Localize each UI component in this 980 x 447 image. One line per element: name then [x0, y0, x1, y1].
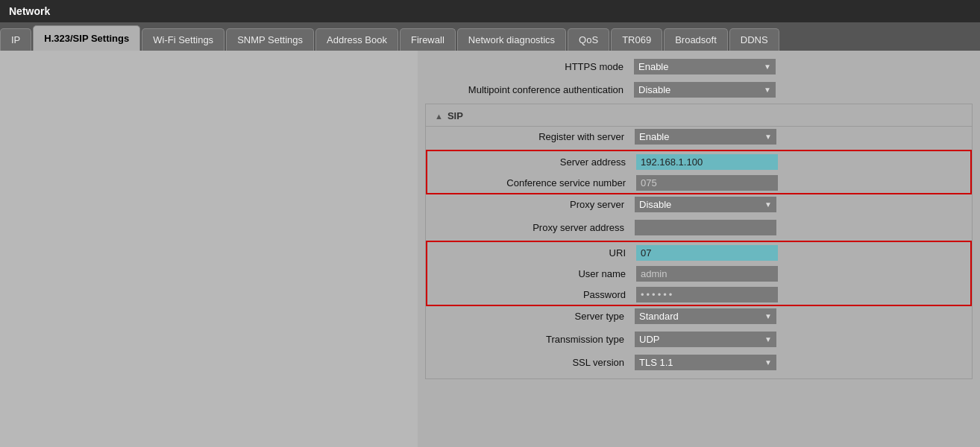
password-row: Password: [427, 284, 970, 305]
server-address-row: Server address: [427, 151, 970, 172]
tab-firewall-label: Firewall: [411, 34, 445, 45]
https-mode-row: HTTPS mode Enable Disable: [425, 57, 973, 76]
username-value: [636, 266, 970, 282]
register-server-row: Register with server Enable Disable: [426, 127, 972, 146]
proxy-server-select[interactable]: Enable Disable: [635, 197, 776, 212]
transmission-type-label: Transmission type: [426, 334, 635, 345]
tab-bar: IP H.323/SIP Settings Wi-Fi Settings SNM…: [0, 22, 980, 51]
password-input[interactable]: [636, 287, 778, 302]
server-type-label: Server type: [426, 311, 635, 322]
uri-value: [636, 245, 970, 261]
ssl-version-label: SSL version: [426, 357, 635, 368]
tab-ip[interactable]: IP: [0, 28, 31, 51]
multipoint-label: Multipoint conference authentication: [425, 84, 634, 95]
server-type-value: Standard Broadsoft Genesys: [635, 308, 972, 324]
uri-label: URI: [427, 247, 636, 259]
ssl-version-value: TLS 1.0 TLS 1.1 TLS 1.2: [635, 355, 972, 370]
proxy-server-label: Proxy server: [426, 199, 635, 210]
transmission-type-value: UDP TCP TLS: [635, 332, 972, 347]
tab-ddns[interactable]: DDNS: [729, 28, 779, 51]
uri-input[interactable]: [636, 245, 778, 261]
tab-snmp[interactable]: SNMP Settings: [226, 28, 314, 51]
tab-snmp-label: SNMP Settings: [237, 34, 303, 45]
server-address-value: [636, 154, 970, 170]
left-panel: [0, 51, 418, 447]
uri-row: URI: [427, 242, 970, 263]
main-content: HTTPS mode Enable Disable Multipoint con…: [0, 51, 980, 447]
tab-qos-label: QoS: [579, 34, 598, 45]
multipoint-select[interactable]: Enable Disable: [634, 82, 776, 98]
transmission-type-select[interactable]: UDP TCP TLS: [635, 332, 776, 347]
tab-qos[interactable]: QoS: [568, 28, 609, 51]
conference-service-input[interactable]: [636, 175, 778, 191]
tab-wifi[interactable]: Wi-Fi Settings: [142, 28, 224, 51]
tab-ddns-label: DDNS: [741, 34, 768, 45]
https-mode-value: Enable Disable: [634, 59, 973, 74]
sip-section-header: ▲ SIP: [426, 110, 972, 127]
password-value: [636, 287, 970, 302]
tab-ip-label: IP: [11, 34, 20, 45]
sip-section-box: ▲ SIP Register with server Enable Disabl…: [425, 104, 973, 379]
proxy-server-address-row: Proxy server address: [426, 218, 972, 237]
tab-broadsoft-label: Broadsoft: [675, 34, 717, 45]
right-panel: HTTPS mode Enable Disable Multipoint con…: [418, 51, 980, 447]
server-address-group: Server address Conference service number: [426, 150, 972, 194]
tab-wifi-label: Wi-Fi Settings: [153, 34, 213, 45]
conference-service-label: Conference service number: [427, 177, 636, 188]
uri-group: URI User name Password: [426, 241, 972, 306]
proxy-server-value: Enable Disable: [635, 197, 972, 212]
proxy-server-row: Proxy server Enable Disable: [426, 194, 972, 214]
tab-address-book[interactable]: Address Book: [315, 28, 398, 51]
proxy-server-address-label: Proxy server address: [426, 222, 635, 233]
tab-firewall[interactable]: Firewall: [400, 28, 456, 51]
username-row: User name: [427, 263, 970, 284]
ssl-version-row: SSL version TLS 1.0 TLS 1.1 TLS 1.2: [426, 352, 972, 372]
register-server-label: Register with server: [426, 131, 635, 142]
register-server-value: Enable Disable: [635, 129, 972, 145]
title-bar: Network: [0, 0, 980, 22]
username-input[interactable]: [636, 266, 778, 282]
conference-service-value: [636, 175, 970, 191]
proxy-server-address-value: [635, 220, 972, 235]
ssl-version-select-wrapper[interactable]: TLS 1.0 TLS 1.1 TLS 1.2: [635, 355, 776, 370]
multipoint-value: Enable Disable: [634, 82, 973, 98]
server-type-row: Server type Standard Broadsoft Genesys: [426, 306, 972, 326]
proxy-server-address-input[interactable]: [635, 220, 776, 235]
register-server-select-wrapper[interactable]: Enable Disable: [635, 129, 776, 145]
tab-network-diagnostics-label: Network diagnostics: [468, 34, 555, 45]
transmission-type-select-wrapper[interactable]: UDP TCP TLS: [635, 332, 776, 347]
password-label: Password: [427, 289, 636, 300]
https-mode-label: HTTPS mode: [425, 61, 634, 72]
transmission-type-row: Transmission type UDP TCP TLS: [426, 329, 972, 349]
app-title: Network: [9, 5, 50, 17]
username-label: User name: [427, 268, 636, 279]
server-address-label: Server address: [427, 156, 636, 168]
tab-tr069[interactable]: TR069: [611, 28, 662, 51]
ssl-version-select[interactable]: TLS 1.0 TLS 1.1 TLS 1.2: [635, 355, 776, 370]
collapse-icon[interactable]: ▲: [435, 112, 443, 121]
proxy-server-select-wrapper[interactable]: Enable Disable: [635, 197, 776, 212]
tab-address-book-label: Address Book: [327, 34, 387, 45]
server-type-select-wrapper[interactable]: Standard Broadsoft Genesys: [635, 308, 776, 324]
tab-network-diagnostics[interactable]: Network diagnostics: [457, 28, 566, 51]
tab-h323-sip-label: H.323/SIP Settings: [44, 33, 129, 44]
https-mode-select[interactable]: Enable Disable: [634, 59, 776, 74]
sip-title: SIP: [447, 110, 463, 121]
settings-content: HTTPS mode Enable Disable Multipoint con…: [418, 51, 980, 385]
tab-broadsoft[interactable]: Broadsoft: [664, 28, 728, 51]
tab-tr069-label: TR069: [622, 34, 651, 45]
server-type-select[interactable]: Standard Broadsoft Genesys: [635, 308, 776, 324]
tab-h323-sip[interactable]: H.323/SIP Settings: [33, 25, 140, 51]
conference-service-row: Conference service number: [427, 172, 970, 193]
register-server-select[interactable]: Enable Disable: [635, 129, 776, 145]
multipoint-select-wrapper[interactable]: Enable Disable: [634, 82, 776, 98]
multipoint-row: Multipoint conference authentication Ena…: [425, 80, 973, 99]
server-address-input[interactable]: [636, 154, 778, 170]
https-mode-select-wrapper[interactable]: Enable Disable: [634, 59, 776, 74]
